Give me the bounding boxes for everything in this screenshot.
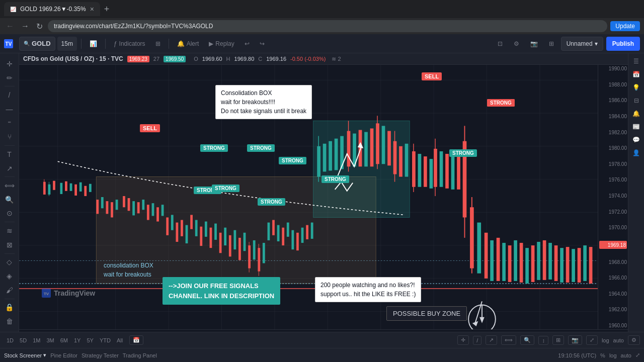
status-percent: % [600, 352, 605, 358]
update-button[interactable]: Update [610, 21, 640, 31]
fullscreen-btn[interactable]: ⤢ [586, 335, 598, 345]
alert-side-icon[interactable]: 🔔 [630, 108, 642, 120]
news-icon[interactable]: 📰 [630, 121, 642, 133]
tf-3m[interactable]: 3M [44, 336, 56, 344]
chart-tools-right: ✛ / ↗ ⟺ 🔍 ↕ ⊞ 📷 ⤢ log auto ⚙ [457, 335, 640, 345]
camera-btn[interactable]: 📷 [526, 37, 542, 51]
screener-icon[interactable]: ⊟ [630, 95, 642, 107]
svg-rect-124 [508, 245, 512, 282]
close-val: 1969.16 [266, 56, 286, 62]
cursor-btn[interactable]: ↗ [486, 335, 497, 345]
arrow-tool[interactable]: ↗ [3, 162, 17, 175]
back-btn[interactable]: ← [4, 21, 16, 32]
auto-toggle[interactable]: auto [613, 337, 624, 343]
tf-1d[interactable]: 1D [4, 336, 16, 344]
tf-1m[interactable]: 1M [30, 336, 43, 344]
calendar-icon[interactable]: 📅 [630, 68, 642, 80]
refresh-btn[interactable]: ↻ [34, 21, 45, 32]
consolidation-line3: Do not take signals until it break [221, 107, 306, 116]
alert-btn[interactable]: 🔔 Alert [173, 37, 203, 51]
svg-rect-112 [445, 154, 449, 189]
svg-rect-49 [156, 207, 159, 221]
stock-screener-tab[interactable]: Stock Screener ▾ [4, 352, 46, 358]
brush-tool[interactable]: 🖌 [3, 284, 17, 297]
gann-tool[interactable]: ⊠ [3, 238, 17, 251]
strategy-tester-tab[interactable]: Strategy Tester [82, 352, 119, 358]
zoom-btn[interactable]: 🔍 [520, 335, 534, 345]
new-tab-btn[interactable]: + [102, 4, 112, 15]
status-log: log [609, 352, 617, 358]
text-tool[interactable]: T [3, 148, 17, 161]
pattern-tool[interactable]: ◇ [3, 256, 17, 269]
replay-btn[interactable]: ▶ Replay [205, 37, 238, 51]
settings-chart-btn[interactable]: ⚙ [628, 335, 640, 345]
chart-canvas[interactable]: 1990.00 1988.00 1986.00 1984.00 1982.00 … [19, 65, 628, 329]
compare-btn[interactable]: ⊞ [552, 335, 564, 345]
tf-all[interactable]: All [114, 336, 125, 344]
draw-tool[interactable]: ✏ [3, 71, 17, 84]
svg-rect-38 [101, 197, 104, 208]
measure-btn[interactable]: ⟺ [501, 335, 516, 345]
timeframe-button[interactable]: 15m [57, 37, 77, 51]
right-sidebar: ☰ 📅 💡 ⊟ 🔔 📰 💬 👤 [628, 53, 644, 332]
tf-5y[interactable]: 5Y [84, 336, 96, 344]
tab-close-btn[interactable]: × [90, 5, 94, 13]
log-toggle[interactable]: log [602, 337, 609, 343]
watchlist-icon[interactable]: ☰ [630, 55, 642, 67]
magnet-tool[interactable]: ⊙ [3, 207, 17, 220]
pine-editor-tab[interactable]: Pine Editor [50, 352, 77, 358]
sidebar-sep-4 [5, 222, 15, 222]
fullscreen-chart-btn[interactable]: ⊡ [494, 37, 507, 51]
cursor-tool[interactable]: ✛ [3, 57, 17, 70]
trash-tool[interactable]: 🗑 [3, 315, 17, 328]
svg-rect-64 [229, 235, 231, 256]
chart-lock-tool[interactable]: 🔒 [3, 301, 17, 314]
bar-style-btn[interactable]: 📊 [86, 37, 101, 51]
fibonacci-tool[interactable]: ≋ [3, 224, 17, 237]
indicators-btn[interactable]: ƒ Indicators [110, 37, 149, 51]
tf-6m[interactable]: 6M [58, 336, 70, 344]
arrow-btn[interactable]: ↕ [538, 336, 548, 345]
svg-rect-27 [48, 185, 51, 195]
tf-calendar-btn[interactable]: 📅 [129, 335, 143, 345]
svg-rect-39 [106, 201, 109, 214]
crosshair-btn[interactable]: ✛ [457, 335, 469, 345]
active-tab[interactable]: 📈 GOLD 1969.26▼-0.35% × [4, 2, 100, 16]
trendline-tool[interactable]: / [3, 88, 17, 102]
redo-btn[interactable]: ↪ [256, 37, 269, 51]
status-fullscreen-icon[interactable]: ⤢ [635, 352, 640, 358]
svg-rect-50 [162, 205, 164, 216]
tf-1y[interactable]: 1Y [71, 336, 83, 344]
channel-tool[interactable]: ⁼ [3, 117, 17, 130]
svg-rect-66 [238, 238, 241, 260]
svg-rect-69 [253, 240, 256, 259]
likes-line1: 200 people watching and no likes?! [320, 281, 416, 290]
chat-icon[interactable]: 💬 [630, 134, 642, 146]
layout-btn[interactable]: ⊞ [545, 37, 558, 51]
draw-line-btn[interactable]: / [473, 336, 481, 345]
svg-rect-95 [370, 128, 374, 166]
prediction-tool[interactable]: ◈ [3, 269, 17, 283]
pitchfork-tool[interactable]: ⑂ [3, 130, 17, 143]
zoom-tool[interactable]: 🔍 [3, 193, 17, 206]
measure-tool[interactable]: ⟺ [3, 179, 17, 192]
horizontal-tool[interactable]: — [3, 103, 17, 116]
templates-btn[interactable]: ⊞ [151, 37, 165, 51]
publish-button[interactable]: Publish [606, 37, 640, 51]
unnamed-dropdown[interactable]: Unnamed ▾ [561, 37, 603, 51]
forward-btn[interactable]: → [19, 21, 31, 32]
address-input[interactable] [48, 20, 607, 32]
main-chart[interactable]: CFDs on Gold (US$ / OZ) · 15 · TVC 1969.… [19, 53, 628, 332]
ideas-icon[interactable]: 💡 [630, 81, 642, 94]
close-label: C [258, 56, 262, 62]
symbol-search[interactable]: 🔍 GOLD [19, 37, 55, 51]
undo-btn[interactable]: ↩ [240, 37, 254, 51]
settings-btn[interactable]: ⚙ [510, 37, 523, 51]
svg-text:TV: TV [6, 41, 12, 47]
profile-icon[interactable]: 👤 [630, 147, 642, 159]
price-1966: 1966.00 [599, 275, 627, 281]
tf-ytd[interactable]: YTD [97, 336, 113, 344]
tf-5d[interactable]: 5D [17, 336, 29, 344]
screenshot-btn[interactable]: 📷 [568, 335, 582, 345]
trading-panel-tab[interactable]: Trading Panel [123, 352, 157, 358]
